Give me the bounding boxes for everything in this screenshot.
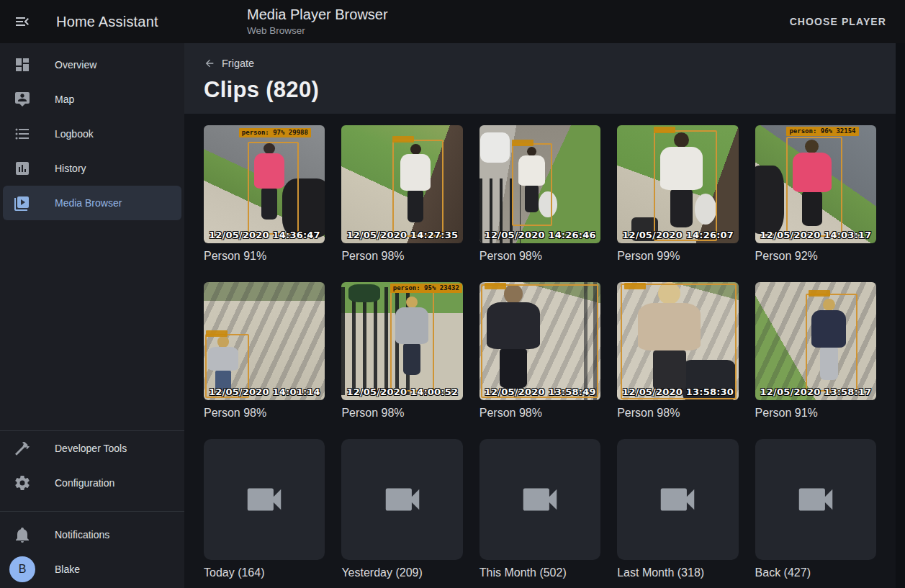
clip-caption: Person 98% bbox=[341, 406, 462, 420]
format-list-bulleted-icon bbox=[14, 125, 31, 143]
breadcrumb-back[interactable]: Frigate bbox=[204, 58, 254, 69]
choose-player-button[interactable]: CHOOSE PLAYER bbox=[785, 0, 891, 43]
sidebar-spacer bbox=[0, 220, 184, 430]
clip-card[interactable]: 12/05/2020 14:26:46 Person 98% bbox=[479, 125, 600, 263]
app-title: Home Assistant bbox=[56, 14, 158, 30]
play-box-multiple-icon bbox=[14, 194, 31, 212]
gear-icon bbox=[14, 474, 31, 492]
folder-card-back[interactable]: Back (427) bbox=[755, 439, 876, 580]
clips-grid: person: 97% 29988 12/05/2020 14:36:47 Pe… bbox=[204, 125, 876, 580]
clip-card[interactable]: person: 96% 32154 12/05/2020 14:03:17 Pe… bbox=[755, 125, 876, 263]
detection-bounding-box bbox=[248, 142, 299, 235]
timestamp-overlay: 12/05/2020 14:00:52 bbox=[346, 386, 458, 397]
clip-caption: Person 98% bbox=[617, 406, 738, 420]
folder-thumbnail bbox=[617, 439, 738, 560]
clip-caption: Person 98% bbox=[479, 406, 600, 420]
detection-bounding-box bbox=[392, 140, 444, 237]
sidebar-item-logbook[interactable]: Logbook bbox=[3, 117, 181, 151]
clip-card[interactable]: 12/05/2020 14:01:14 Person 98% bbox=[204, 282, 325, 420]
arrow-left-icon bbox=[204, 58, 215, 69]
clip-thumbnail: 12/05/2020 14:01:14 bbox=[204, 282, 325, 400]
clip-thumbnail: 12/05/2020 13:58:49 bbox=[479, 282, 600, 400]
timestamp-overlay: 12/05/2020 14:26:46 bbox=[485, 230, 596, 240]
clip-thumbnail: 12/05/2020 13:58:30 bbox=[617, 282, 738, 400]
sidebar-item-label: Overview bbox=[55, 59, 96, 71]
detection-label bbox=[485, 283, 506, 289]
detection-label bbox=[624, 283, 646, 289]
folder-caption: Back (427) bbox=[755, 566, 876, 580]
clip-thumbnail: person: 95% 23432 12/05/2020 14:00:52 bbox=[341, 282, 462, 400]
clip-card[interactable]: 12/05/2020 14:26:07 Person 99% bbox=[617, 125, 738, 263]
clip-thumbnail: 12/05/2020 14:26:46 bbox=[479, 125, 600, 243]
timestamp-overlay: 12/05/2020 14:36:47 bbox=[209, 230, 320, 240]
folder-caption: Last Month (318) bbox=[617, 566, 738, 580]
sidebar-item-overview[interactable]: Overview bbox=[3, 48, 181, 82]
user-name: Blake bbox=[55, 564, 80, 575]
video-camera-icon bbox=[518, 477, 562, 522]
clip-caption: Person 98% bbox=[341, 249, 462, 263]
detection-bounding-box bbox=[786, 137, 842, 236]
clip-card[interactable]: 12/05/2020 13:58:49 Person 98% bbox=[479, 282, 600, 420]
sidebar-item-label: Map bbox=[55, 94, 74, 105]
video-camera-icon bbox=[242, 477, 287, 522]
timestamp-overlay: 12/05/2020 14:03:17 bbox=[760, 230, 872, 240]
timestamp-overlay: 12/05/2020 13:58:17 bbox=[760, 386, 872, 397]
detection-label: person: 95% 23432 bbox=[390, 284, 462, 293]
sidebar-item-label: Developer Tools bbox=[55, 443, 127, 454]
timestamp-overlay: 12/05/2020 13:58:49 bbox=[485, 386, 596, 397]
folder-card-today[interactable]: Today (164) bbox=[204, 439, 325, 580]
detection-bounding-box bbox=[512, 143, 552, 227]
video-camera-icon bbox=[793, 477, 838, 522]
sidebar: Overview Map Logbook History Media Brows… bbox=[0, 43, 184, 588]
clip-card[interactable]: person: 95% 23432 12/05/2020 14:00:52 Pe… bbox=[341, 282, 462, 420]
sidebar-item-media-browser[interactable]: Media Browser bbox=[3, 186, 181, 220]
sidebar-item-user-profile[interactable]: B Blake bbox=[3, 552, 181, 587]
video-camera-icon bbox=[655, 477, 700, 522]
sidebar-item-map[interactable]: Map bbox=[3, 82, 181, 117]
timestamp-overlay: 12/05/2020 13:58:30 bbox=[622, 386, 734, 397]
detection-bounding-box bbox=[621, 284, 737, 399]
clip-thumbnail: 12/05/2020 14:27:35 bbox=[341, 125, 462, 243]
sidebar-item-configuration[interactable]: Configuration bbox=[3, 466, 181, 500]
folder-card-last-month[interactable]: Last Month (318) bbox=[617, 439, 738, 580]
clip-caption: Person 99% bbox=[617, 249, 738, 263]
clip-card[interactable]: 12/05/2020 13:58:17 Person 91% bbox=[755, 282, 876, 420]
folder-caption: Yesterday (209) bbox=[341, 566, 462, 580]
media-player-browser-subtitle: Web Browser bbox=[247, 25, 388, 36]
folder-card-yesterday[interactable]: Yesterday (209) bbox=[341, 439, 462, 580]
bell-icon bbox=[14, 526, 31, 543]
sidebar-divider bbox=[0, 511, 184, 512]
detection-label bbox=[654, 127, 675, 133]
folder-thumbnail bbox=[755, 439, 876, 560]
sidebar-item-history[interactable]: History bbox=[3, 151, 181, 186]
sidebar-item-label: Logbook bbox=[55, 128, 94, 140]
detection-bounding-box bbox=[390, 291, 434, 391]
clip-thumbnail: 12/05/2020 14:26:07 bbox=[617, 125, 738, 243]
avatar: B bbox=[9, 556, 35, 582]
folder-thumbnail bbox=[479, 439, 600, 560]
detection-bounding-box bbox=[481, 284, 598, 398]
scrollbar[interactable] bbox=[896, 43, 905, 588]
menu-open-icon bbox=[13, 13, 32, 30]
timestamp-overlay: 12/05/2020 14:26:07 bbox=[622, 230, 734, 240]
clip-card[interactable]: 12/05/2020 14:27:35 Person 98% bbox=[341, 125, 462, 263]
folder-thumbnail bbox=[204, 439, 325, 560]
sidebar-toggle-button[interactable] bbox=[13, 12, 32, 31]
clip-card[interactable]: person: 97% 29988 12/05/2020 14:36:47 Pe… bbox=[204, 125, 325, 263]
detection-label bbox=[809, 290, 830, 297]
detection-label bbox=[206, 330, 228, 337]
sidebar-item-developer-tools[interactable]: Developer Tools bbox=[3, 431, 181, 466]
folder-card-this-month[interactable]: This Month (502) bbox=[479, 439, 600, 580]
sidebar-item-label: Configuration bbox=[55, 477, 114, 489]
sidebar-item-notifications[interactable]: Notifications bbox=[3, 517, 181, 552]
page-header-title: Media Player Browser Web Browser bbox=[247, 6, 388, 36]
timestamp-overlay: 12/05/2020 14:27:35 bbox=[346, 230, 458, 240]
content-header: Frigate Clips (820) bbox=[184, 43, 896, 114]
hammer-icon bbox=[14, 440, 31, 457]
clip-card[interactable]: 12/05/2020 13:58:30 Person 98% bbox=[617, 282, 738, 420]
detection-label: person: 96% 32154 bbox=[786, 127, 858, 136]
clip-caption: Person 98% bbox=[204, 406, 325, 420]
sidebar-item-label: Media Browser bbox=[55, 197, 122, 209]
app-header: Home Assistant Media Player Browser Web … bbox=[0, 0, 905, 43]
clip-caption: Person 98% bbox=[479, 249, 600, 263]
